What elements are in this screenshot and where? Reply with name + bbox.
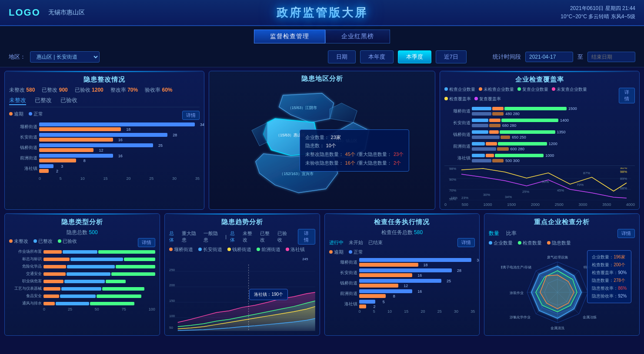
svg-text:34%: 34% — [505, 195, 512, 199]
bar-val-4-b: 3 — [61, 164, 63, 169]
cov-label-3: 前洲街道 — [444, 143, 470, 149]
stat-unrectified-label: 未整改 580 — [9, 86, 35, 94]
hazard-rectification-panel: 隐患整改情况 未整改 580 已整改 900 已验收 1200 整改率 70% … — [4, 71, 204, 210]
ke-tab-count[interactable]: 数量 — [489, 230, 499, 237]
task-bar-label-4: 洛社镇 — [329, 301, 357, 307]
region-select[interactable]: 惠山区 | 长安街道 — [30, 51, 100, 63]
panel1-subtabs: 未整改 已整改 已验收 — [9, 96, 200, 107]
task-tab-finished[interactable]: 已结束 — [368, 239, 383, 246]
svg-text:23%: 23% — [461, 196, 468, 200]
task-tab-inprogress[interactable]: 进行中 — [329, 239, 344, 246]
bar-row-qianqiao: 钱桥街道 25 12 — [9, 143, 200, 152]
svg-text:废气处理设施: 废气处理设施 — [547, 255, 568, 259]
map-title: 隐患地区分析 — [301, 75, 343, 83]
task-detail-btn[interactable]: 详情 — [457, 238, 475, 247]
trend-tab-rect[interactable]: 已整改 — [260, 230, 274, 243]
trend-legend: 堰桥街道 长安街道 钱桥街道 前洲街道 洛社镇 — [169, 246, 315, 253]
leg-unchecked: 未检查企业数量 — [484, 87, 514, 92]
ke-tt-checkcov-val: 90% — [618, 270, 627, 275]
coverage-legend: 检查企业数量 未检查企业数量 复查企业数量 未复查企业数量 检查覆盖率 复查覆盖… — [444, 86, 619, 102]
trend-tab-total1[interactable]: 总体 — [169, 230, 178, 243]
task-x-axis: 05101520253035 — [329, 308, 475, 314]
task-bar-label-2: 钱桥街道 — [329, 280, 357, 286]
cov-row-0: 堰桥街道 1500 480 280 — [444, 106, 635, 116]
subtab-rectified[interactable]: 已整改 — [35, 96, 52, 105]
htype-row-2: 危险化学品 — [9, 264, 155, 269]
task-tab-notstarted[interactable]: 未开始 — [349, 239, 363, 246]
hazard-type-detail-btn[interactable]: 详情 — [138, 238, 155, 247]
htype-row-4: 职业病危害 — [9, 278, 155, 284]
bar-val-0-b: 34 — [200, 122, 204, 127]
cov-label-4: 洛社镇 — [444, 155, 470, 161]
bar-row-luoshe: 洛社镇 3 2 — [9, 164, 200, 173]
filter-bar: 地区： 惠山区 | 长安街道 日期 本年度 本季度 近7日 统计时间段 至 — [0, 47, 644, 67]
trend-tooltip: 洛社镇：190个 — [249, 289, 288, 300]
bar-label-3: 前洲街道 — [9, 155, 37, 161]
end-date-input[interactable] — [587, 52, 635, 62]
start-date-input[interactable] — [525, 52, 573, 62]
region-extra1 — [330, 103, 357, 122]
ke-tt-company-label: 企业数量： — [592, 255, 614, 259]
panel1-title: 隐患整改情况 — [9, 76, 200, 84]
trend-tab-total2[interactable]: 总体 — [230, 230, 239, 243]
svg-text:19%: 19% — [450, 196, 457, 200]
svg-text:70%: 70% — [577, 183, 584, 187]
htype-label-3: 交通安全 — [9, 271, 42, 277]
bar-row-yanqiao: 堰桥街道 34 18 — [9, 122, 200, 131]
date-separator: 至 — [577, 53, 583, 61]
hazard-type-subtitle: 隐患总数 500 — [9, 229, 155, 236]
bar-val-1-b: 28 — [173, 133, 177, 137]
tt-company-label: 企业数量： — [305, 133, 329, 142]
coverage-bar-chart: 堰桥街道 1500 480 280 长安街道 — [444, 106, 635, 163]
svg-text:68%: 68% — [620, 186, 627, 190]
cov-row-2: 钱桥街道 1350 650 250 — [444, 130, 635, 139]
header-info: 2021年0610日 星期四 21:44 10°C~20°C 多云转晴 东风4~… — [561, 4, 635, 21]
tab-enterprise-blacklist[interactable]: 企业红黑榜 — [325, 30, 390, 43]
datetime: 2021年0610日 星期四 21:44 — [561, 4, 635, 13]
year-filter-btn[interactable]: 本年度 — [360, 50, 394, 63]
leg-checked: 检查企业数量 — [449, 87, 475, 92]
task-bar-3: 前洲街道 16 8 — [329, 289, 475, 298]
week-filter-btn[interactable]: 近7日 — [436, 50, 467, 63]
svg-text:98%: 98% — [620, 170, 627, 174]
stat-accepted-label: 已验收 1200 — [75, 86, 103, 94]
trend-tab-general[interactable]: 一般隐患 — [204, 230, 222, 243]
ke-tab-ratio[interactable]: 比率 — [506, 230, 517, 237]
trend-tab-major[interactable]: 重大隐患 — [182, 230, 200, 243]
stat-period-label: 统计时间段 — [493, 53, 521, 61]
htype-row-5: 工艺与仪表器械 — [9, 286, 155, 291]
tab-inspection-management[interactable]: 监督检查管理 — [254, 30, 325, 43]
panel1-stats: 未整改 580 已整改 900 已验收 1200 整改率 70% 验收率 60% — [9, 86, 200, 94]
trend-x-axis: 1月2月3月4月5月6月7月8月9月10月11月12月 — [169, 334, 315, 336]
trend-tab-accept[interactable]: 已验收 — [277, 230, 291, 243]
region-label: 无锡市惠山区 — [48, 9, 85, 17]
coverage-line-chart: 98% 90% 70% 50% 90% 98% 89% 68% 87% 45% … — [444, 168, 635, 200]
panel1-x-axis: 05101520253035 — [9, 175, 200, 182]
svg-text:98%: 98% — [449, 168, 456, 171]
hazard-type-title: 隐患类型分析 — [9, 218, 155, 226]
tt-unaccept-label: 未验收隐患数量： — [305, 159, 344, 168]
subtab-accepted[interactable]: 已验收 — [60, 96, 77, 105]
hazard-type-panel: 隐患类型分析 隐患总数 500 未整改 已整改 已验收 详情 作业场所布置 标志… — [4, 213, 160, 336]
panel1-detail-btn[interactable]: 详情 — [182, 111, 200, 120]
bar-label-4: 洛社镇 — [9, 165, 37, 172]
subtab-unrectified[interactable]: 未整改 — [9, 96, 26, 105]
svg-text:50: 50 — [169, 326, 173, 330]
svg-text:涂装作业: 涂装作业 — [510, 291, 524, 295]
bar-val-3-b: 16 — [118, 154, 123, 158]
svg-text:50%: 50% — [542, 180, 549, 184]
quarter-filter-btn[interactable]: 本季度 — [398, 50, 431, 63]
trend-detail-btn[interactable]: 详情 — [298, 229, 315, 245]
region-extra2 — [252, 122, 267, 146]
bar-label-2: 钱桥街道 — [9, 145, 37, 151]
task-bar-label-3: 前洲街道 — [329, 291, 357, 297]
page-title: 政府监管版大屏 — [277, 5, 368, 20]
trend-tab-unrect[interactable]: 未整改 — [243, 230, 257, 243]
svg-text:200: 200 — [169, 283, 175, 287]
bar-label-0: 堰桥街道 — [9, 124, 37, 130]
date-filter-btn[interactable]: 日期 — [328, 50, 356, 63]
ke-tt-check-label: 检查数量： — [592, 262, 614, 267]
ke-detail-btn[interactable]: 详情 — [617, 229, 635, 238]
coverage-detail-btn[interactable]: 详情 — [619, 88, 635, 103]
htype-row-3: 交通安全 — [9, 271, 155, 277]
